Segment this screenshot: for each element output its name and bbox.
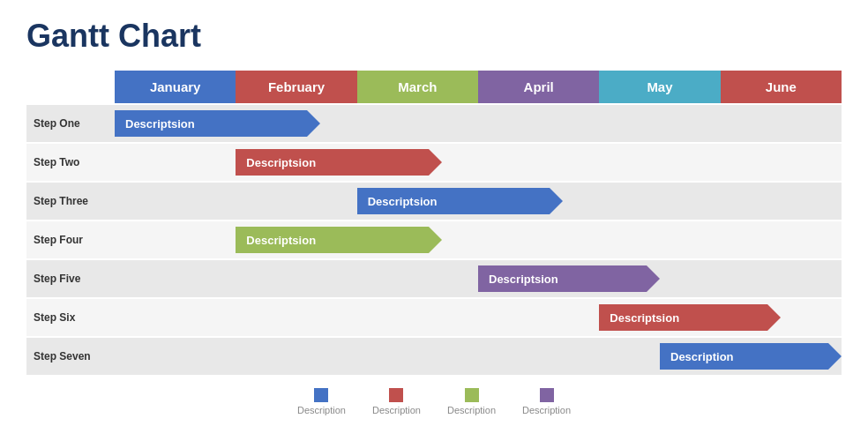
row-label: Step Two — [26, 156, 115, 168]
gantt-container: JanuaryFebruaryMarchAprilMayJune Step On… — [26, 71, 842, 375]
legend-item: Description — [372, 388, 421, 415]
row-label: Step Five — [26, 273, 115, 285]
gantt-row: Step OneDescriptsion — [26, 105, 842, 142]
chart-title: Gantt Chart — [26, 18, 842, 55]
legend-label: Description — [447, 405, 496, 415]
bar-body: Descriptsion — [357, 188, 550, 214]
row-track: Descriptsion — [115, 105, 842, 142]
gantt-row: Step FourDescriptsion — [26, 221, 842, 258]
gantt-bar: Description — [660, 343, 842, 370]
row-track: Descriptsion — [115, 144, 842, 181]
legend-color-swatch — [465, 388, 479, 402]
row-track: Descriptsion — [115, 221, 842, 258]
bar-arrow — [828, 343, 842, 370]
bar-arrow — [647, 265, 660, 292]
bar-arrow — [429, 227, 442, 253]
legend-color-swatch — [540, 388, 554, 402]
row-track: Descriptsion — [115, 299, 842, 336]
gantt-header: JanuaryFebruaryMarchAprilMayJune — [115, 71, 842, 103]
month-header-march: March — [357, 71, 478, 103]
page: Gantt Chart JanuaryFebruaryMarchAprilMay… — [0, 0, 868, 424]
gantt-bar-wrapper: Descriptsion — [236, 227, 441, 253]
gantt-bar: Descriptsion — [599, 304, 781, 331]
gantt-bar-wrapper: Descriptsion — [115, 110, 320, 137]
gantt-body: Step OneDescriptsionStep TwoDescriptsion… — [26, 105, 842, 375]
gantt-row: Step SixDescriptsion — [26, 299, 842, 336]
month-header-may: May — [599, 71, 720, 103]
month-header-april: April — [478, 71, 599, 103]
gantt-row: Step ThreeDescriptsion — [26, 183, 842, 220]
bar-body: Descriptsion — [478, 265, 647, 292]
gantt-bar: Descriptsion — [357, 188, 563, 214]
bar-arrow — [307, 110, 320, 137]
row-label: Step Six — [26, 311, 115, 324]
bar-arrow — [767, 304, 781, 331]
bar-arrow — [429, 149, 442, 176]
legend-label: Description — [297, 405, 346, 415]
gantt-bar-wrapper: Descriptsion — [599, 304, 781, 331]
row-track: Description — [115, 338, 842, 375]
bar-body: Descriptsion — [115, 110, 307, 137]
bar-arrow — [550, 188, 563, 214]
legend-label: Description — [372, 405, 421, 415]
legend-item: Description — [297, 388, 346, 415]
legend-label: Description — [522, 405, 571, 415]
legend-color-swatch — [314, 388, 328, 402]
gantt-bar: Descriptsion — [236, 227, 441, 253]
gantt-bar-wrapper: Description — [660, 343, 842, 370]
gantt-bar-wrapper: Descriptsion — [236, 149, 441, 176]
bar-body: Description — [660, 343, 828, 370]
legend-item: Description — [447, 388, 496, 415]
gantt-bar: Descriptsion — [236, 149, 441, 176]
gantt-row: Step TwoDescriptsion — [26, 144, 842, 181]
bar-body: Descriptsion — [236, 227, 428, 253]
legend: DescriptionDescriptionDescriptionDescrip… — [26, 384, 842, 415]
gantt-bar-wrapper: Descriptsion — [478, 265, 660, 292]
legend-item: Description — [522, 388, 571, 415]
row-label: Step Seven — [26, 350, 115, 363]
month-header-february: February — [236, 71, 356, 103]
bar-body: Descriptsion — [599, 304, 767, 331]
month-header-june: June — [721, 71, 842, 103]
legend-color-swatch — [389, 388, 403, 402]
gantt-row: Step SevenDescription — [26, 338, 842, 375]
row-label: Step Four — [26, 234, 115, 246]
gantt-bar-wrapper: Descriptsion — [357, 188, 563, 214]
bar-body: Descriptsion — [236, 149, 428, 176]
gantt-bar: Descriptsion — [115, 110, 320, 137]
gantt-row: Step FiveDescriptsion — [26, 260, 842, 297]
gantt-bar: Descriptsion — [478, 265, 660, 292]
row-label: Step Three — [26, 195, 115, 207]
month-header-january: January — [115, 71, 236, 103]
row-track: Descriptsion — [115, 183, 842, 220]
row-track: Descriptsion — [115, 260, 842, 297]
row-label: Step One — [26, 117, 115, 130]
